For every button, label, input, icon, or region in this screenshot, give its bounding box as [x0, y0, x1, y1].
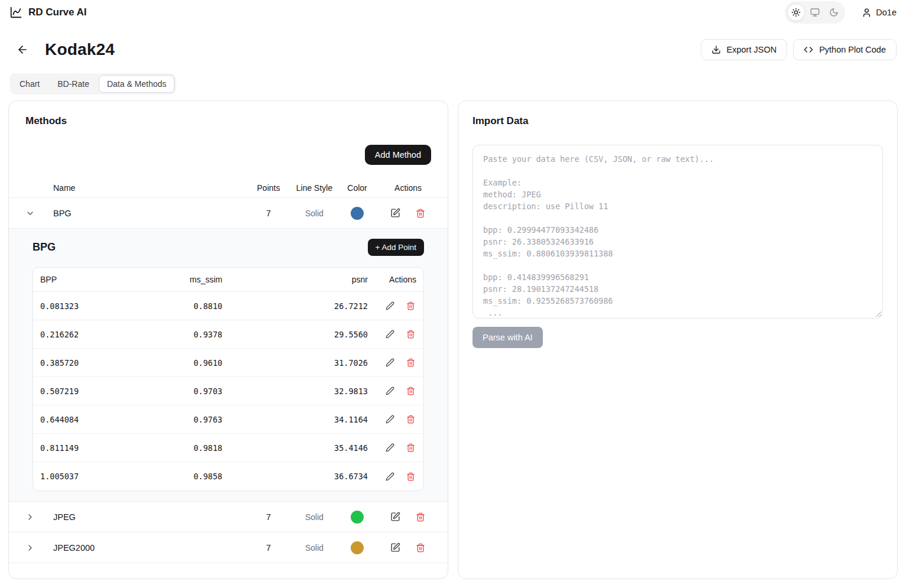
user-icon — [862, 8, 872, 18]
point-bpp: 0.081323 — [39, 301, 134, 311]
edit-method-button[interactable] — [390, 512, 400, 522]
edit-point-button[interactable] — [386, 386, 394, 395]
edit-point-button[interactable] — [386, 330, 394, 339]
add-method-button[interactable]: Add Method — [365, 145, 431, 165]
delete-point-button[interactable] — [406, 386, 415, 395]
delete-method-button[interactable] — [416, 543, 425, 553]
delete-method-button[interactable] — [416, 209, 425, 218]
edit-square-icon — [390, 208, 400, 218]
export-json-button[interactable]: Export JSON — [701, 39, 788, 60]
chevron-down-icon — [25, 209, 46, 218]
delete-point-button[interactable] — [406, 330, 415, 339]
pencil-icon — [386, 386, 394, 395]
page-title: Kodak24 — [45, 40, 115, 59]
method-line-style: Solid — [292, 209, 336, 218]
expand-method-button[interactable] — [25, 512, 46, 522]
point-bpp: 0.385720 — [39, 358, 134, 368]
delete-point-button[interactable] — [406, 443, 415, 452]
points-table: BPP ms_ssim psnr Actions 0.081323 0.8810… — [33, 267, 424, 491]
arrow-left-icon — [17, 44, 28, 56]
point-psnr: 26.7212 — [222, 301, 368, 311]
edit-point-button[interactable] — [386, 301, 394, 310]
trash-icon — [406, 415, 415, 424]
delete-method-button[interactable] — [416, 512, 425, 522]
data-paste-textarea[interactable]: Paste your data here (CSV, JSON, or raw … — [473, 145, 883, 319]
collapse-method-button[interactable] — [25, 209, 46, 218]
method-line-style: Solid — [292, 512, 336, 522]
point-psnr: 34.1164 — [222, 415, 368, 424]
method-color-swatch[interactable] — [351, 511, 364, 524]
pencil-icon — [386, 358, 394, 367]
edit-point-button[interactable] — [386, 415, 394, 424]
point-psnr: 36.6734 — [222, 472, 368, 481]
back-button[interactable] — [14, 41, 31, 58]
edit-point-button[interactable] — [386, 358, 394, 367]
expand-method-button[interactable] — [25, 543, 46, 553]
delete-point-button[interactable] — [406, 301, 415, 310]
monitor-icon — [810, 8, 820, 17]
app-title: RD Curve AI — [28, 7, 87, 18]
method-row-bpg: BPG 7 Solid — [9, 198, 448, 229]
point-bpp: 0.811149 — [39, 443, 134, 453]
add-point-button[interactable]: + Add Point — [368, 239, 424, 256]
method-points: 7 — [245, 209, 292, 218]
edit-method-button[interactable] — [390, 542, 400, 553]
expanded-method-title: BPG — [33, 241, 56, 254]
trash-icon — [406, 330, 415, 339]
delete-point-button[interactable] — [406, 415, 415, 424]
user-menu[interactable]: Do1e — [862, 8, 897, 18]
code-icon — [804, 45, 813, 54]
delete-point-button[interactable] — [406, 472, 415, 481]
method-name: BPG — [46, 209, 245, 218]
method-color-swatch[interactable] — [351, 207, 364, 220]
point-ms-ssim: 0.9378 — [134, 330, 222, 339]
username: Do1e — [876, 8, 897, 17]
edit-square-icon — [390, 542, 400, 553]
point-row: 0.811149 0.9818 35.4146 — [33, 434, 423, 462]
pencil-icon — [386, 330, 394, 339]
page-actions: Export JSON Python Plot Code — [701, 39, 897, 60]
edit-square-icon — [390, 512, 400, 522]
textarea-placeholder: Paste your data here (CSV, JSON, or raw … — [483, 153, 872, 319]
python-plot-code-button[interactable]: Python Plot Code — [793, 39, 897, 60]
points-table-header: BPP ms_ssim psnr Actions — [33, 268, 423, 292]
edit-method-button[interactable] — [390, 208, 400, 218]
pencil-icon — [386, 443, 394, 452]
theme-dark-button[interactable] — [825, 4, 843, 21]
chevron-right-icon — [25, 512, 46, 522]
trash-icon — [416, 209, 425, 218]
theme-toggle — [785, 1, 845, 24]
point-ms-ssim: 0.9703 — [134, 386, 222, 396]
col-line-style: Line Style — [292, 183, 336, 193]
expanded-method-section: BPG + Add Point BPP ms_ssim psnr Actions… — [9, 229, 448, 502]
tab-chart[interactable]: Chart — [11, 75, 48, 93]
pencil-icon — [386, 472, 394, 481]
tab-bd-rate[interactable]: BD-Rate — [49, 75, 98, 93]
pencil-icon — [386, 301, 394, 310]
theme-system-button[interactable] — [806, 4, 824, 21]
tab-data-methods[interactable]: Data & Methods — [99, 75, 174, 93]
point-psnr: 31.7026 — [222, 358, 368, 368]
content-area: Methods Add Method Name Points Line Styl… — [8, 100, 898, 579]
method-name: JPEG2000 — [46, 543, 245, 553]
tabs-wrap: Chart BD-Rate Data & Methods — [0, 73, 906, 95]
edit-point-button[interactable] — [386, 443, 394, 452]
parse-with-ai-button[interactable]: Parse with AI — [473, 327, 543, 348]
method-line-style: Solid — [292, 543, 336, 553]
trash-icon — [416, 543, 425, 553]
point-psnr: 29.5560 — [222, 330, 368, 339]
theme-light-button[interactable] — [787, 4, 805, 21]
brand: RD Curve AI — [9, 6, 87, 19]
point-bpp: 0.507219 — [39, 386, 134, 396]
moon-icon — [829, 8, 839, 17]
point-bpp: 1.005037 — [39, 472, 134, 481]
edit-point-button[interactable] — [386, 472, 394, 481]
point-ms-ssim: 0.9818 — [134, 443, 222, 453]
export-json-label: Export JSON — [727, 45, 777, 54]
trash-icon — [406, 301, 415, 310]
methods-title: Methods — [25, 115, 431, 127]
trash-icon — [416, 512, 425, 522]
method-color-swatch[interactable] — [351, 541, 364, 554]
chart-line-logo-icon — [9, 6, 22, 19]
delete-point-button[interactable] — [406, 358, 415, 367]
